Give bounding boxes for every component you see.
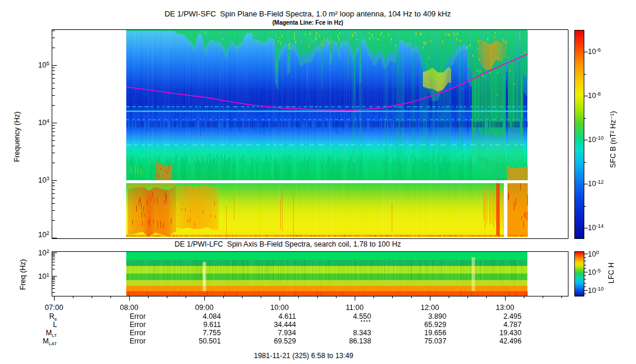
- table-cell: Error: [99, 329, 146, 337]
- table-cell: Error: [99, 321, 146, 329]
- table-cell: 34.444: [249, 321, 296, 329]
- sfc-spectrogram-canvas: [52, 29, 568, 239]
- table-cell: 86.138: [324, 337, 371, 345]
- table-cell: Error: [99, 337, 146, 345]
- lfc-spectrogram-canvas: [52, 251, 568, 296]
- time-tick-label: 12:00: [411, 304, 449, 312]
- table-cell: 4.787: [475, 321, 521, 329]
- sfc-y-axis-label: Frequency (Hz): [13, 112, 21, 162]
- sfc-colorbar-tick-label: 10-14: [588, 223, 615, 232]
- table-cell: 75.037: [399, 337, 446, 345]
- spectrogram-page: DE 1/PWI-SFC Spin Plane B-Field Spectra,…: [0, 0, 636, 364]
- table-cell: 9.611: [174, 321, 221, 329]
- table-cell: ****: [324, 319, 371, 325]
- table-cell: 69.529: [249, 337, 296, 345]
- sfc-colorbar-tick-label: 10-12: [588, 178, 615, 188]
- table-cell: Error: [99, 312, 146, 321]
- table-cell: 19.656: [399, 329, 446, 337]
- sfc-y-tick-label: 103: [23, 175, 49, 184]
- time-axis-ticks-canvas: [52, 296, 568, 302]
- lfc-colorbar-label: LFC H: [607, 262, 615, 284]
- lfc-colorbar-tick-label: 100: [588, 249, 615, 258]
- sfc-colorbar-tick-label: 10-8: [588, 90, 615, 100]
- table-cell: 2.495: [475, 312, 521, 321]
- sfc-subtitle: (Magenta Line: Fce in Hz): [0, 19, 615, 26]
- lfc-colorbar-canvas: [574, 251, 588, 296]
- sfc-colorbar-label: SFC B (nT² Hz⁻¹): [608, 111, 617, 168]
- table-cell: 7.934: [249, 329, 296, 337]
- table-cell: 4.611: [249, 312, 296, 321]
- time-tick-label: 07:00: [35, 304, 73, 312]
- time-tick-label: 13:00: [486, 304, 524, 312]
- table-row-label: L: [16, 321, 57, 329]
- time-tick-label: 10:00: [261, 304, 298, 312]
- table-cell: 7.755: [174, 329, 221, 337]
- sfc-colorbar-tick-label: 10-6: [588, 46, 615, 56]
- sfc-colorbar-canvas: [574, 30, 588, 239]
- sfc-y-tick-label: 102: [23, 230, 49, 239]
- time-tick-label: 09:00: [186, 304, 223, 312]
- lfc-title: DE 1/PWI-LFC Spin Axis B-Field Spectra, …: [29, 240, 546, 248]
- table-cell: 3.890: [399, 312, 446, 321]
- table-row-label: MLAT: [16, 337, 57, 346]
- table-cell: 42.496: [475, 337, 521, 345]
- table-cell: 50.501: [174, 337, 221, 345]
- table-cell: 4.084: [174, 312, 221, 321]
- table-cell: 65.929: [399, 321, 446, 329]
- sfc-y-tick-label: 105: [23, 60, 49, 69]
- date-range-footer: 1981-11-21 (325) 6:58 to 13:49: [186, 352, 421, 360]
- lfc-y-tick-label: 101: [23, 271, 49, 281]
- table-cell: 8.343: [324, 329, 371, 337]
- lfc-y-tick-label: 102: [23, 248, 49, 257]
- time-tick-label: 11:00: [336, 304, 373, 312]
- lfc-colorbar-tick-label: 10-10: [588, 285, 615, 295]
- time-tick-label: 08:00: [110, 304, 148, 312]
- table-cell: 19.430: [475, 329, 521, 337]
- sfc-y-tick-label: 104: [23, 117, 49, 127]
- sfc-title: DE 1/PWI-SFC Spin Plane B-Field Spectra,…: [0, 9, 615, 18]
